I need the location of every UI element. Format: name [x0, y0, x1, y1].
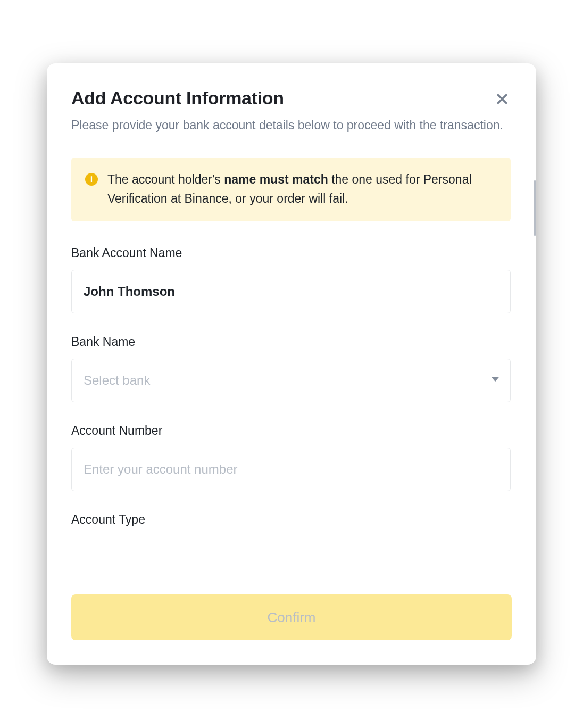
form-scroll-area[interactable]: i The account holder's name must match t… — [71, 158, 512, 584]
bank-name-placeholder: Select bank — [84, 373, 150, 388]
account-number-input[interactable] — [71, 448, 511, 491]
info-banner-text: The account holder's name must match the… — [107, 170, 497, 208]
scrollbar-thumb[interactable] — [534, 180, 536, 236]
info-banner: i The account holder's name must match t… — [71, 158, 511, 221]
modal-header: Add Account Information — [71, 88, 512, 109]
bank-account-name-group: Bank Account Name — [71, 246, 511, 313]
info-icon: i — [85, 173, 98, 186]
info-text-bold: name must match — [224, 172, 328, 186]
account-type-group: Account Type — [71, 512, 511, 527]
bank-name-label: Bank Name — [71, 335, 511, 349]
add-account-modal: Add Account Information Please provide y… — [47, 63, 536, 665]
modal-subtitle: Please provide your bank account details… — [71, 117, 512, 134]
account-type-label: Account Type — [71, 512, 511, 527]
bank-name-group: Bank Name Select bank — [71, 335, 511, 402]
account-number-label: Account Number — [71, 424, 511, 438]
confirm-button[interactable]: Confirm — [71, 594, 512, 640]
bank-account-name-input[interactable] — [71, 270, 511, 313]
close-icon — [495, 92, 509, 107]
bank-name-select[interactable]: Select bank — [71, 359, 511, 402]
modal-title: Add Account Information — [71, 88, 284, 109]
close-button[interactable] — [493, 90, 512, 109]
bank-account-name-label: Bank Account Name — [71, 246, 511, 260]
account-number-group: Account Number — [71, 424, 511, 491]
info-text-prefix: The account holder's — [107, 172, 224, 186]
